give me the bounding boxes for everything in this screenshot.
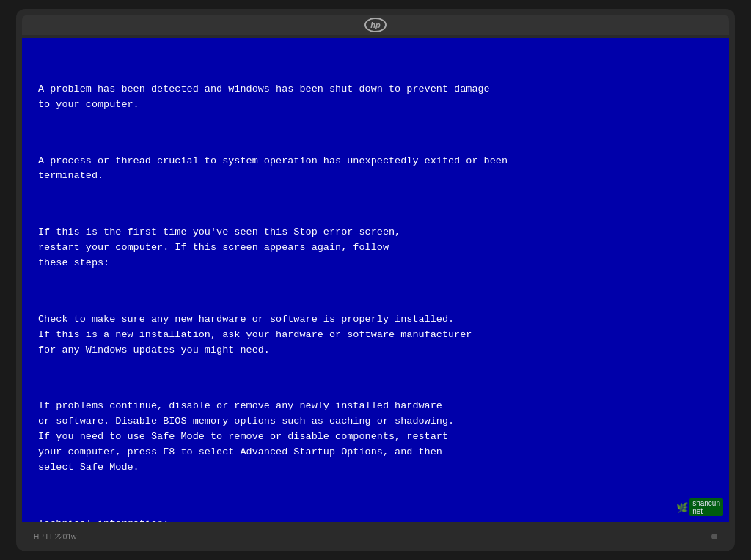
bsod-line3: If this is the first time you've seen th… bbox=[38, 225, 713, 271]
watermark-leaf-icon: 🌿 bbox=[676, 502, 688, 513]
bsod-tech-info: Technical information: bbox=[38, 517, 713, 522]
bsod-screen: A problem has been detected and windows … bbox=[22, 38, 729, 522]
hp-logo-circle: hp bbox=[364, 18, 387, 32]
bsod-line1: A problem has been detected and windows … bbox=[38, 82, 713, 113]
watermark: 🌿 shancunnet bbox=[676, 498, 723, 516]
monitor-top-bar: hp bbox=[22, 15, 729, 35]
watermark-text: shancunnet bbox=[689, 498, 723, 516]
bsod-content: A problem has been detected and windows … bbox=[38, 51, 713, 522]
hp-logo: hp bbox=[362, 17, 389, 33]
bsod-line4: Check to make sure any new hardware or s… bbox=[38, 312, 713, 358]
monitor-indicators bbox=[711, 534, 717, 539]
monitor-model-label: HP LE2201w bbox=[34, 533, 76, 541]
monitor-bottom-bar: HP LE2201w bbox=[22, 522, 729, 551]
power-indicator bbox=[711, 534, 717, 539]
bsod-line2: A process or thread crucial to system op… bbox=[38, 154, 713, 185]
bsod-line5: If problems continue, disable or remove … bbox=[38, 399, 713, 476]
monitor: hp A problem has been detected and windo… bbox=[16, 9, 735, 551]
